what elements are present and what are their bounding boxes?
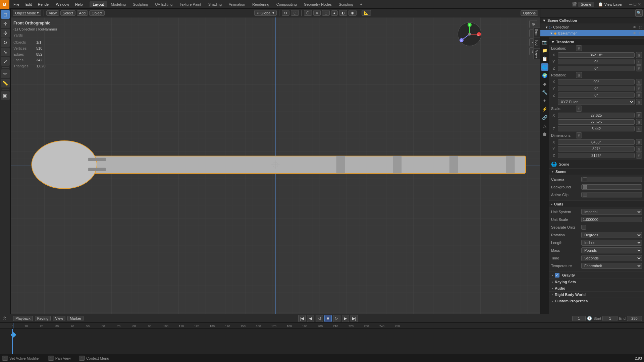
tab-add[interactable]: +: [357, 1, 366, 7]
time-select[interactable]: Seconds: [581, 255, 642, 261]
gravity-header[interactable]: ▸ ✓ Gravity: [549, 272, 644, 279]
jump-start-btn[interactable]: |◀: [298, 315, 306, 322]
scale-z-copy[interactable]: ⎘: [636, 126, 642, 132]
end-frame-input[interactable]: [627, 316, 642, 321]
tool-move[interactable]: ✣: [1, 29, 10, 38]
units-header[interactable]: ▸ Units: [549, 201, 644, 207]
n-panel-tab-view[interactable]: View: [533, 48, 540, 60]
length-select[interactable]: Inches: [581, 240, 642, 246]
stop-btn[interactable]: ■: [324, 315, 332, 322]
location-copy-btn[interactable]: ⎘: [576, 45, 582, 51]
dimensions-copy-btn[interactable]: ⎘: [576, 132, 582, 138]
dim-x-copy[interactable]: ⎘: [636, 139, 642, 145]
tab-shading[interactable]: Shading: [205, 1, 225, 7]
menu-file[interactable]: File: [11, 2, 22, 7]
tool-scale[interactable]: ⤡: [1, 48, 10, 56]
temperature-select[interactable]: Fahrenheit: [581, 263, 642, 269]
menu-render[interactable]: Render: [35, 2, 53, 7]
prop-render-icon[interactable]: 📷: [541, 38, 548, 46]
location-z-input[interactable]: [558, 66, 635, 71]
scene-selector[interactable]: Scene: [578, 2, 594, 7]
snap-btn[interactable]: ⊙: [282, 10, 289, 16]
audio-header[interactable]: ▸ Audio: [549, 285, 644, 291]
select-menu-btn[interactable]: Select: [60, 10, 75, 16]
rotation-x-input[interactable]: [558, 79, 635, 84]
step-back-btn[interactable]: ◀: [307, 315, 314, 322]
prop-constraints-icon[interactable]: 🔗: [541, 114, 548, 121]
tab-animation[interactable]: Animation: [225, 1, 249, 7]
location-y-input[interactable]: [558, 59, 635, 64]
navigation-gizmo[interactable]: X Z Y: [456, 21, 483, 48]
tree-item-collection[interactable]: ▾ ▷ Collection 👁 ⬚: [540, 24, 644, 30]
dim-y-copy[interactable]: ⎘: [636, 146, 642, 152]
rotation-y-copy[interactable]: ⎘: [636, 85, 642, 92]
tool-annotate[interactable]: ✏: [1, 69, 10, 78]
scale-z-input[interactable]: [558, 126, 635, 131]
rotation-z-copy[interactable]: ⎘: [636, 92, 642, 98]
xray-btn[interactable]: ◈: [313, 10, 321, 16]
prop-scene-icon[interactable]: 🌐: [541, 63, 548, 71]
tool-select[interactable]: ◻: [1, 10, 10, 19]
tab-uv-editing[interactable]: UV Editing: [152, 1, 176, 7]
keying-sets-header[interactable]: ▸ Keying Sets: [549, 279, 644, 285]
prop-modifier-icon[interactable]: 🔧: [541, 88, 548, 96]
mass-select[interactable]: Pounds: [581, 247, 642, 253]
keying-btn[interactable]: Keying: [35, 316, 51, 321]
location-y-copy[interactable]: ⎘: [636, 59, 642, 65]
tool-measure[interactable]: 📏: [1, 79, 10, 87]
menu-edit[interactable]: Edit: [23, 2, 35, 7]
mode-selector[interactable]: Object Mode ▾: [13, 10, 41, 16]
collection-cam-icon[interactable]: ⬚: [638, 25, 643, 29]
icehammer-cam-icon[interactable]: ⬚: [638, 31, 643, 36]
n-panel-tab-item[interactable]: Item: [533, 27, 540, 38]
scale-y-input[interactable]: [558, 119, 635, 125]
tool-rotate[interactable]: ↻: [1, 38, 10, 47]
tree-item-icehammer[interactable]: ▾ ◆ IceHammer 👁 ⬚: [540, 30, 644, 36]
unit-system-select[interactable]: Imperial: [581, 209, 642, 215]
window-close[interactable]: ✕: [638, 2, 641, 7]
location-x-input[interactable]: [558, 52, 635, 58]
dim-y-input[interactable]: [558, 146, 635, 152]
gizmo-toggle-btn[interactable]: 📐: [362, 10, 371, 16]
prop-data-icon[interactable]: △: [541, 122, 548, 129]
shading-wireframe[interactable]: ◻: [322, 10, 330, 16]
tool-add-cube[interactable]: ▣: [1, 91, 10, 100]
rotation-mode-copy[interactable]: ⎘: [636, 99, 642, 105]
transform-orientation-btn[interactable]: ⊕ Global ▾: [254, 10, 277, 16]
rigid-body-header[interactable]: ▸ Rigid Body World: [549, 292, 644, 298]
window-minimize[interactable]: ─: [629, 2, 632, 7]
proportional-edit-btn[interactable]: ◌: [291, 10, 299, 16]
shading-solid[interactable]: ●: [331, 10, 338, 16]
view-menu-btn[interactable]: View: [46, 10, 59, 16]
shading-material[interactable]: ◐: [339, 10, 347, 16]
prop-icon-search[interactable]: 🔍: [635, 9, 643, 17]
rotation-x-copy[interactable]: ⎘: [636, 79, 642, 85]
scale-y-copy[interactable]: ⎘: [636, 119, 642, 125]
playback-btn[interactable]: Playback: [13, 316, 33, 321]
scale-x-input[interactable]: [558, 113, 635, 118]
location-z-copy[interactable]: ⎘: [636, 65, 642, 71]
location-x-copy[interactable]: ⎘: [636, 52, 642, 58]
rotation-copy-btn[interactable]: ⎘: [576, 72, 582, 78]
prop-object-icon[interactable]: ◆: [541, 80, 548, 87]
transform-header[interactable]: ▼ Transform: [549, 39, 644, 45]
scene-sub-header[interactable]: ▼ Scene: [549, 169, 644, 175]
timeline-view-btn[interactable]: View: [53, 316, 65, 321]
options-btn[interactable]: Options: [521, 10, 538, 16]
menu-help[interactable]: Help: [72, 2, 86, 7]
separate-units-checkbox[interactable]: [581, 225, 586, 230]
tool-transform[interactable]: ⤢: [1, 57, 10, 66]
dim-z-copy[interactable]: ⎘: [636, 153, 642, 159]
timeline-tracks[interactable]: [0, 329, 644, 354]
tab-geometry-nodes[interactable]: Geometry Nodes: [301, 1, 335, 7]
prop-output-icon[interactable]: 📁: [541, 47, 548, 54]
tab-sculpting[interactable]: Sculpting: [129, 1, 151, 7]
view-pivot-btn[interactable]: ⊕: [529, 20, 537, 28]
window-maximize[interactable]: □: [634, 2, 636, 7]
object-menu-btn[interactable]: Object: [89, 10, 105, 16]
dim-z-input[interactable]: [558, 153, 635, 158]
shading-rendered[interactable]: ◉: [348, 10, 357, 16]
n-panel-tab-tool[interactable]: Tool: [533, 38, 540, 48]
prop-view-layer-icon[interactable]: 📋: [541, 55, 548, 62]
jump-end-btn[interactable]: ▶|: [351, 315, 358, 322]
